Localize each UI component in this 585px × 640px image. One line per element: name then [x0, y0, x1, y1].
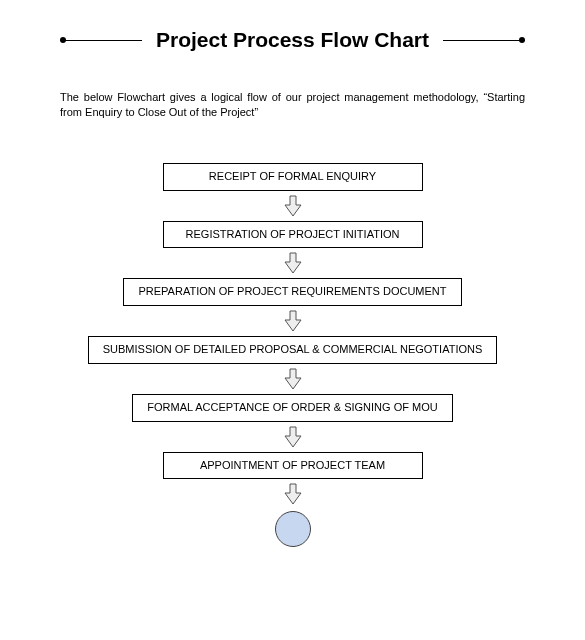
page-title: Project Process Flow Chart — [142, 28, 443, 52]
document-page: Project Process Flow Chart The below Flo… — [0, 0, 585, 567]
title-bar: Project Process Flow Chart — [60, 28, 525, 52]
step-box: SUBMISSION OF DETAILED PROPOSAL & COMMER… — [88, 336, 498, 364]
step-box: APPOINTMENT OF PROJECT TEAM — [163, 452, 423, 480]
divider-left — [60, 40, 142, 41]
arrow-down-icon — [283, 310, 303, 332]
arrow-down-icon — [283, 195, 303, 217]
arrow-down-icon — [283, 426, 303, 448]
divider-right — [443, 40, 525, 41]
intro-text: The below Flowchart gives a logical flow… — [60, 90, 525, 121]
step-box: RECEIPT OF FORMAL ENQUIRY — [163, 163, 423, 191]
arrow-down-icon — [283, 252, 303, 274]
flowchart: RECEIPT OF FORMAL ENQUIRY REGISTRATION O… — [60, 163, 525, 548]
step-box: PREPARATION OF PROJECT REQUIREMENTS DOCU… — [123, 278, 461, 306]
arrow-down-icon — [283, 368, 303, 390]
step-box: FORMAL ACCEPTANCE OF ORDER & SIGNING OF … — [132, 394, 452, 422]
step-box: REGISTRATION OF PROJECT INITIATION — [163, 221, 423, 249]
terminal-node-icon — [275, 511, 311, 547]
arrow-down-icon — [283, 483, 303, 505]
